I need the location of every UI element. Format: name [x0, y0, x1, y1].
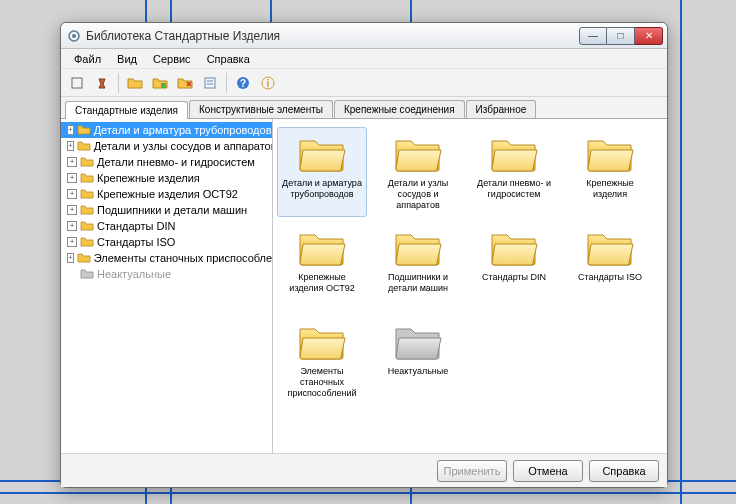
- folder-icon: [488, 131, 540, 176]
- tree-item-label: Крепежные изделия: [97, 172, 200, 184]
- maximize-button[interactable]: □: [607, 27, 635, 45]
- toolbar-prop-button[interactable]: [198, 71, 222, 95]
- help-button[interactable]: Справка: [589, 460, 659, 482]
- folder-icon: [80, 220, 94, 232]
- folder-icon: [77, 124, 91, 136]
- folder-item[interactable]: Крепежные изделия: [565, 127, 655, 217]
- folder-item[interactable]: Детали и узлы сосудов и аппаратов: [373, 127, 463, 217]
- toolbar-folder3-button[interactable]: [173, 71, 197, 95]
- menu-view[interactable]: Вид: [110, 51, 144, 67]
- folder-item-label: Крепежные изделия: [569, 178, 651, 200]
- tree-item[interactable]: +Крепежные изделия: [61, 170, 272, 186]
- tree-item-label: Неактуальные: [97, 268, 171, 280]
- tree-item-label: Детали и арматура трубопроводов: [94, 124, 272, 136]
- folder-icon: [392, 131, 444, 176]
- minimize-button[interactable]: —: [579, 27, 607, 45]
- folder-item-label: Детали и узлы сосудов и аппаратов: [377, 178, 459, 211]
- tabbar: Стандартные изделия Конструктивные элеме…: [61, 97, 667, 119]
- expand-icon[interactable]: +: [67, 173, 77, 183]
- folder-icon: [80, 188, 94, 200]
- tree-item[interactable]: +Детали и узлы сосудов и аппаратов: [61, 138, 272, 154]
- tree-item[interactable]: +Детали пневмо- и гидросистем: [61, 154, 272, 170]
- folder-icon: [584, 131, 636, 176]
- folder-item-label: Подшипники и детали машин: [377, 272, 459, 294]
- folder-item[interactable]: Стандарты DIN: [469, 221, 559, 311]
- menu-service[interactable]: Сервис: [146, 51, 198, 67]
- toolbar-folder2-button[interactable]: [148, 71, 172, 95]
- app-icon: [67, 29, 81, 43]
- folder-item[interactable]: Крепежные изделия ОСТ92: [277, 221, 367, 311]
- tree-pane[interactable]: +Детали и арматура трубопроводов+Детали …: [61, 119, 273, 453]
- menu-file[interactable]: Файл: [67, 51, 108, 67]
- folder-item-label: Неактуальные: [388, 366, 449, 377]
- folder-icon: [80, 172, 94, 184]
- tree-item[interactable]: +Крепежные изделия ОСТ92: [61, 186, 272, 202]
- expand-icon[interactable]: +: [67, 125, 74, 135]
- svg-rect-4: [205, 78, 215, 88]
- tab-standard-products[interactable]: Стандартные изделия: [65, 101, 188, 119]
- tree-item-label: Стандарты DIN: [97, 220, 175, 232]
- folder-icon-pane[interactable]: Детали и арматура трубопроводов Детали и…: [273, 119, 667, 453]
- folder-item-label: Стандарты ISO: [578, 272, 642, 283]
- toolbar-help-button[interactable]: ?: [231, 71, 255, 95]
- svg-rect-3: [161, 83, 166, 88]
- folder-item-label: Крепежные изделия ОСТ92: [281, 272, 363, 294]
- apply-button[interactable]: Применить: [437, 460, 507, 482]
- toolbar-info-button[interactable]: i: [256, 71, 280, 95]
- tree-item-label: Детали пневмо- и гидросистем: [97, 156, 255, 168]
- tab-favorites[interactable]: Избранное: [466, 100, 537, 118]
- folder-item-label: Элементы станочных приспособлений: [281, 366, 363, 399]
- expand-icon[interactable]: +: [67, 189, 77, 199]
- menubar: Файл Вид Сервис Справка: [61, 49, 667, 69]
- folder-item[interactable]: Стандарты ISO: [565, 221, 655, 311]
- toolbar-separator: [226, 73, 227, 93]
- tree-item-label: Элементы станочных приспособлений: [94, 252, 273, 264]
- tree-item[interactable]: Неактуальные: [61, 266, 272, 282]
- folder-icon: [392, 225, 444, 270]
- folder-icon: [296, 131, 348, 176]
- folder-item-label: Стандарты DIN: [482, 272, 546, 283]
- folder-icon: [77, 252, 91, 264]
- toolbar-nav-button[interactable]: [65, 71, 89, 95]
- expand-icon[interactable]: +: [67, 157, 77, 167]
- svg-text:i: i: [267, 78, 270, 89]
- folder-icon: [80, 156, 94, 168]
- folder-icon: [77, 140, 91, 152]
- toolbar-pin-button[interactable]: [90, 71, 114, 95]
- titlebar[interactable]: Библиотека Стандартные Изделия — □ ✕: [61, 23, 667, 49]
- tree-item[interactable]: +Стандарты ISO: [61, 234, 272, 250]
- folder-item[interactable]: Детали пневмо- и гидросистем: [469, 127, 559, 217]
- tab-constructive-elements[interactable]: Конструктивные элементы: [189, 100, 333, 118]
- expand-icon[interactable]: +: [67, 141, 74, 151]
- tree-item-label: Подшипники и детали машин: [97, 204, 247, 216]
- folder-item[interactable]: Элементы станочных приспособлений: [277, 315, 367, 405]
- tree-item[interactable]: +Подшипники и детали машин: [61, 202, 272, 218]
- folder-icon: [80, 204, 94, 216]
- tree-item-label: Стандарты ISO: [97, 236, 175, 248]
- expand-icon[interactable]: +: [67, 237, 77, 247]
- folder-icon: [488, 225, 540, 270]
- cancel-button[interactable]: Отмена: [513, 460, 583, 482]
- folder-item[interactable]: Подшипники и детали машин: [373, 221, 463, 311]
- folder-icon: [392, 319, 444, 364]
- folder-icon: [80, 268, 94, 280]
- tree-item[interactable]: +Элементы станочных приспособлений: [61, 250, 272, 266]
- close-button[interactable]: ✕: [635, 27, 663, 45]
- tree-item[interactable]: +Детали и арматура трубопроводов: [61, 122, 272, 138]
- expand-icon[interactable]: +: [67, 205, 77, 215]
- folder-icon: [296, 319, 348, 364]
- folder-icon: [296, 225, 348, 270]
- folder-item[interactable]: Детали и арматура трубопроводов: [277, 127, 367, 217]
- library-window: Библиотека Стандартные Изделия — □ ✕ Фай…: [60, 22, 668, 488]
- toolbar-folder1-button[interactable]: [123, 71, 147, 95]
- tab-fastener-connections[interactable]: Крепежные соединения: [334, 100, 465, 118]
- footer: Применить Отмена Справка: [61, 453, 667, 487]
- main-area: +Детали и арматура трубопроводов+Детали …: [61, 119, 667, 453]
- tree-item[interactable]: +Стандарты DIN: [61, 218, 272, 234]
- expand-icon[interactable]: +: [67, 253, 74, 263]
- expand-icon[interactable]: +: [67, 221, 77, 231]
- svg-text:?: ?: [240, 78, 246, 89]
- folder-item[interactable]: Неактуальные: [373, 315, 463, 405]
- folder-item-label: Детали и арматура трубопроводов: [281, 178, 363, 200]
- menu-help[interactable]: Справка: [200, 51, 257, 67]
